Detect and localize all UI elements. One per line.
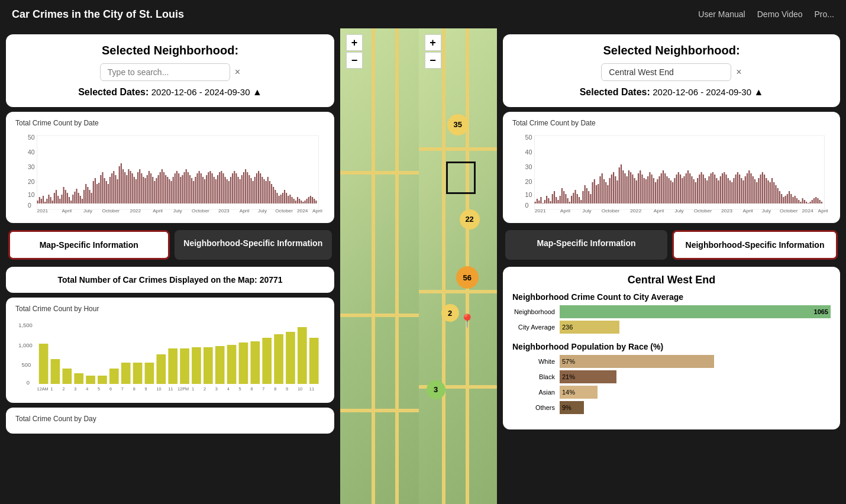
svg-rect-357 bbox=[775, 185, 776, 203]
svg-text:30: 30 bbox=[525, 164, 532, 170]
svg-rect-75 bbox=[163, 172, 164, 203]
right-search-clear[interactable]: × bbox=[736, 67, 741, 77]
svg-rect-52 bbox=[121, 163, 122, 203]
svg-text:1: 1 bbox=[192, 387, 194, 392]
left-dates-row: Selected Dates: 2020-12-06 - 2024-09-30 … bbox=[18, 87, 322, 98]
svg-rect-339 bbox=[741, 178, 742, 203]
svg-text:July: July bbox=[258, 208, 267, 214]
nav-user-manual[interactable]: User Manual bbox=[698, 9, 745, 19]
svg-rect-242 bbox=[556, 197, 557, 203]
svg-rect-108 bbox=[225, 177, 226, 203]
svg-rect-85 bbox=[182, 175, 183, 203]
svg-rect-349 bbox=[760, 175, 761, 203]
svg-rect-350 bbox=[762, 172, 763, 203]
svg-rect-59 bbox=[134, 177, 135, 203]
svg-text:3: 3 bbox=[215, 387, 218, 392]
nav-demo-video[interactable]: Demo Video bbox=[757, 9, 803, 19]
svg-rect-380 bbox=[819, 200, 821, 203]
svg-rect-20 bbox=[61, 195, 62, 203]
right-tab-neighborhood-specific[interactable]: Neighborhood-Specific Information bbox=[672, 230, 838, 260]
svg-rect-102 bbox=[214, 177, 215, 203]
svg-rect-271 bbox=[611, 175, 612, 203]
svg-text:2: 2 bbox=[62, 387, 64, 392]
svg-rect-140 bbox=[284, 190, 285, 203]
race-pct-asian: 14% bbox=[562, 389, 575, 396]
svg-rect-95 bbox=[201, 173, 202, 203]
svg-rect-334 bbox=[731, 182, 732, 203]
svg-rect-112 bbox=[232, 173, 233, 203]
svg-rect-72 bbox=[158, 175, 159, 203]
svg-rect-243 bbox=[557, 200, 558, 203]
svg-text:2: 2 bbox=[204, 387, 206, 392]
svg-rect-239 bbox=[550, 201, 551, 203]
left-day-chart: Total Crime Count by Day bbox=[6, 408, 334, 434]
left-crime-date-title: Total Crime Count by Date bbox=[15, 119, 325, 127]
svg-rect-27 bbox=[74, 192, 75, 203]
svg-rect-6 bbox=[37, 135, 319, 209]
svg-text:8: 8 bbox=[274, 387, 276, 392]
svg-rect-235 bbox=[543, 203, 544, 203]
svg-rect-361 bbox=[783, 197, 784, 203]
svg-text:October: October bbox=[602, 208, 620, 214]
svg-text:11: 11 bbox=[309, 387, 314, 392]
svg-rect-18 bbox=[57, 196, 59, 203]
right-search-input[interactable] bbox=[601, 63, 731, 81]
left-panel: Selected Neighborhood: × Selected Dates:… bbox=[0, 28, 340, 504]
svg-rect-149 bbox=[301, 201, 302, 203]
svg-rect-250 bbox=[571, 196, 572, 203]
svg-rect-152 bbox=[306, 199, 308, 203]
svg-rect-7 bbox=[37, 201, 38, 203]
svg-rect-16 bbox=[54, 193, 55, 203]
svg-rect-71 bbox=[156, 178, 157, 203]
svg-rect-262 bbox=[594, 179, 595, 203]
svg-rect-281 bbox=[630, 172, 631, 203]
left-search-clear[interactable]: × bbox=[235, 67, 240, 77]
svg-rect-51 bbox=[119, 166, 120, 203]
svg-text:9: 9 bbox=[286, 387, 288, 392]
svg-rect-14 bbox=[50, 197, 51, 203]
left-tab-map-specific[interactable]: Map-Specific Information bbox=[8, 230, 170, 260]
nav-pro[interactable]: Pro... bbox=[815, 9, 834, 19]
svg-rect-35 bbox=[89, 190, 90, 203]
svg-rect-368 bbox=[796, 198, 797, 203]
svg-rect-294 bbox=[655, 182, 656, 203]
map-marker: 📍 bbox=[459, 314, 475, 329]
navbar: Car Crimes in the City of St. Louis User… bbox=[0, 0, 846, 28]
right-panel-scroll: Selected Neighborhood: × Selected Dates:… bbox=[497, 28, 846, 504]
svg-text:1,000: 1,000 bbox=[18, 343, 33, 348]
left-tab-neighborhood-specific[interactable]: Neighborhood-Specific Information bbox=[175, 230, 332, 260]
svg-text:6: 6 bbox=[250, 387, 253, 392]
svg-rect-157 bbox=[315, 201, 317, 203]
svg-rect-309 bbox=[683, 176, 684, 203]
svg-rect-186 bbox=[156, 354, 166, 384]
svg-rect-66 bbox=[147, 175, 148, 203]
right-map-bg bbox=[419, 28, 498, 504]
right-neighborhood-card: Selected Neighborhood: × Selected Dates:… bbox=[503, 34, 840, 107]
right-zoom-out-btn[interactable]: − bbox=[425, 52, 441, 69]
svg-rect-247 bbox=[565, 194, 566, 203]
svg-rect-252 bbox=[574, 190, 576, 203]
right-dates-icon[interactable]: ▲ bbox=[754, 87, 764, 97]
svg-rect-24 bbox=[69, 197, 70, 203]
svg-rect-287 bbox=[641, 175, 642, 203]
svg-text:July: July bbox=[582, 208, 592, 214]
svg-rect-232 bbox=[537, 199, 538, 203]
svg-rect-21 bbox=[63, 187, 64, 203]
right-tab-map-specific[interactable]: Map-Specific Information bbox=[505, 230, 667, 260]
svg-rect-128 bbox=[261, 177, 263, 203]
svg-rect-58 bbox=[132, 173, 133, 203]
left-search-input[interactable] bbox=[100, 63, 230, 81]
left-dates-icon[interactable]: ▲ bbox=[253, 87, 262, 97]
left-zoom-out-btn[interactable]: − bbox=[346, 52, 363, 69]
svg-rect-329 bbox=[722, 173, 723, 203]
svg-text:April: April bbox=[560, 208, 570, 214]
race-bar-outer-black: 21% bbox=[560, 370, 831, 383]
right-zoom-in-btn[interactable]: + bbox=[425, 34, 441, 51]
race-bar-black: Black 21% bbox=[512, 370, 831, 383]
svg-rect-67 bbox=[148, 171, 150, 203]
svg-rect-28 bbox=[76, 189, 78, 203]
svg-rect-179 bbox=[74, 373, 83, 384]
left-zoom-in-btn[interactable]: + bbox=[346, 34, 363, 51]
svg-rect-276 bbox=[621, 164, 622, 203]
svg-rect-331 bbox=[725, 175, 726, 203]
